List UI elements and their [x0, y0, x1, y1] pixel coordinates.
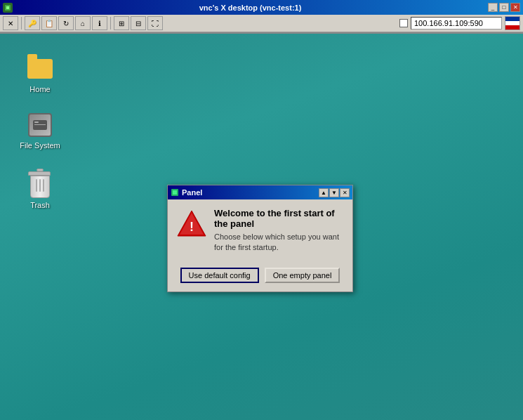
- toolbar-btn-disconnect[interactable]: ✕: [3, 16, 18, 30]
- close-button[interactable]: ✕: [510, 3, 520, 12]
- dialog-up-button[interactable]: ▲: [319, 188, 329, 197]
- dialog-heading: Welcome to the first start of the panel: [214, 208, 344, 229]
- toolbar-btn-keys[interactable]: 🔑: [25, 16, 40, 30]
- filesystem-icon: [26, 111, 54, 139]
- dialog-titlebar: Panel ▲ ▼ ✕: [168, 185, 352, 199]
- desktop-icon-filesystem[interactable]: File System: [15, 111, 65, 150]
- home-icon-label: Home: [27, 84, 52, 94]
- toolbar-btn-options[interactable]: ⌂: [75, 16, 91, 30]
- vnc-titlebar: vnc's X desktop (vnc-test:1) _ □ ✕: [0, 0, 523, 15]
- toolbar-flag: [505, 16, 520, 30]
- toolbar-btn-fullscreen[interactable]: ⛶: [147, 16, 163, 30]
- vnc-title: vnc's X desktop (vnc-test:1): [13, 4, 488, 12]
- trash-icon: [26, 171, 54, 199]
- dialog-content: ! Welcome to the first start of the pane…: [168, 199, 352, 262]
- dialog-close-button[interactable]: ✕: [340, 188, 350, 197]
- toolbar-sep-2: [110, 17, 111, 29]
- dialog-title-icon: [171, 188, 179, 197]
- svg-rect-1: [6, 6, 9, 9]
- use-default-config-button[interactable]: Use default config: [180, 268, 259, 283]
- toolbar-btn-info[interactable]: ℹ: [92, 16, 107, 30]
- toolbar-ip-display: 100.166.91.109:590: [411, 17, 502, 29]
- toolbar-checkbox[interactable]: [399, 19, 408, 27]
- trash-icon-label: Trash: [28, 200, 52, 210]
- toolbar-sep-1: [21, 17, 22, 29]
- warning-icon-container: !: [176, 208, 207, 239]
- vnc-window-chrome: vnc's X desktop (vnc-test:1) _ □ ✕ ✕ 🔑 📋…: [0, 0, 523, 34]
- toolbar-btn-zoom-in[interactable]: ⊞: [114, 16, 129, 30]
- vnc-toolbar: ✕ 🔑 📋 ↻ ⌂ ℹ ⊞ ⊟ ⛶ 100.166.91.109:590: [0, 15, 523, 32]
- minimize-button[interactable]: _: [488, 3, 498, 12]
- desktop-icon-trash[interactable]: Trash: [15, 171, 65, 210]
- svg-text:!: !: [190, 220, 194, 234]
- vnc-window-buttons: _ □ ✕: [488, 3, 520, 12]
- vnc-app-icon: [3, 3, 13, 13]
- toolbar-btn-zoom-out[interactable]: ⊟: [131, 16, 146, 30]
- toolbar-btn-clipboard[interactable]: 📋: [41, 16, 57, 30]
- dialog-buttons: Use default config One empty panel: [168, 262, 352, 291]
- dialog-title-text: Panel: [182, 188, 202, 197]
- dialog-title-buttons: ▲ ▼ ✕: [319, 188, 350, 197]
- toolbar-address-area: 100.166.91.109:590: [399, 16, 520, 30]
- warning-icon: !: [176, 208, 207, 239]
- toolbar-btn-refresh[interactable]: ↻: [58, 16, 74, 30]
- maximize-button[interactable]: □: [499, 3, 509, 12]
- filesystem-icon-label: File System: [18, 140, 62, 150]
- panel-dialog: Panel ▲ ▼ ✕ ! Welcome to the first s: [167, 185, 353, 292]
- dialog-down-button[interactable]: ▼: [329, 188, 339, 197]
- desktop: Home File System: [0, 34, 523, 420]
- dialog-text-area: Welcome to the first start of the panel …: [214, 208, 344, 254]
- dialog-subtext: Choose below which setup you want for th…: [214, 232, 344, 254]
- desktop-icon-home[interactable]: Home: [15, 55, 65, 94]
- svg-rect-3: [173, 190, 177, 195]
- dialog-title-left: Panel: [171, 188, 202, 197]
- home-icon: [26, 55, 54, 83]
- one-empty-panel-button[interactable]: One empty panel: [265, 268, 340, 283]
